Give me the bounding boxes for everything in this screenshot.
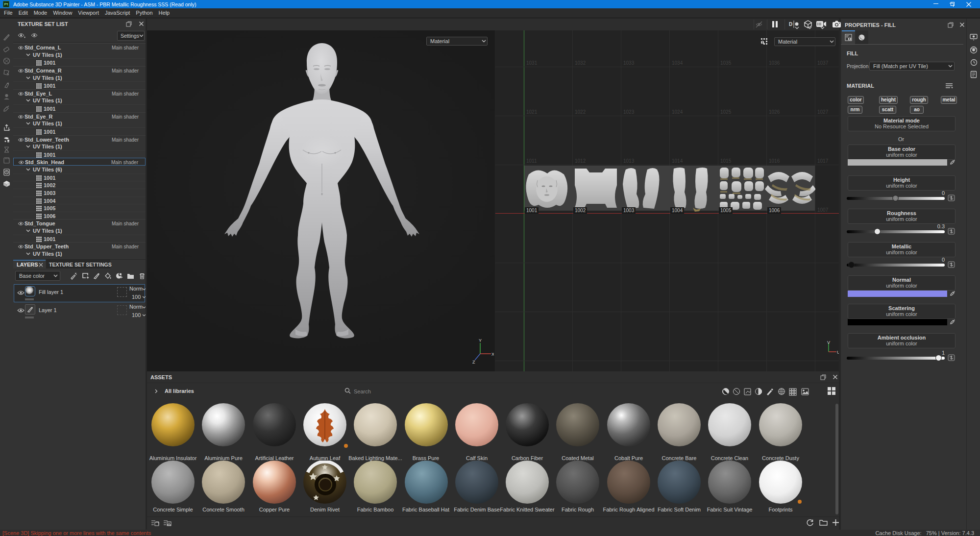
svg-text:Y: Y <box>479 338 482 343</box>
svg-text:V: V <box>827 340 830 345</box>
svg-text:X: X <box>491 352 494 357</box>
svg-text:Z: Z <box>472 360 475 364</box>
svg-text:U: U <box>837 350 839 355</box>
svg-text:D: D <box>789 22 792 27</box>
